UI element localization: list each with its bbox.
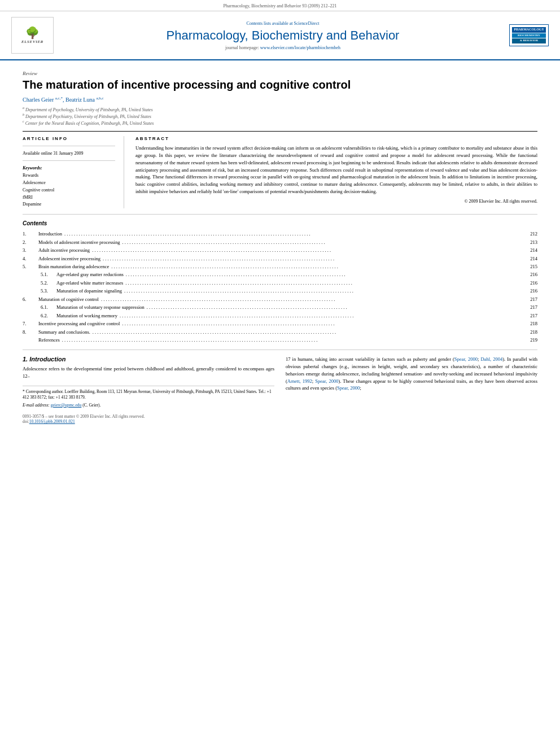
toc-label-2: Models of adolescent incentive processin… xyxy=(38,238,120,246)
doi-link[interactable]: 10.1016/j.pbb.2009.01.021 xyxy=(29,419,75,424)
toc-label-1: Introduction xyxy=(38,230,62,238)
journal-url[interactable]: www.elsevier.com/locate/pharmbiochembeh xyxy=(260,45,340,50)
elsevier-logo-img: 🌳 ELSEVIER xyxy=(11,17,54,54)
toc-item-3: 3. Adult incentive processing . . . . . … xyxy=(23,246,537,254)
info-divider xyxy=(23,146,115,146)
affiliations: a Department of Psychology, University o… xyxy=(23,106,537,125)
issn-line2: doi:10.1016/j.pbb.2009.01.021 xyxy=(23,419,274,424)
keyword-5: Dopamine xyxy=(23,201,115,208)
ref-spear2000-3[interactable]: Spear, 2000 xyxy=(337,385,360,391)
toc-dots-5: . . . . . . . . . . . . . . . . . . . . … xyxy=(111,263,524,270)
toc-dots-5-3: . . . . . . . . . . . . . . . . . . . . … xyxy=(124,287,524,295)
elsevier-label: ELSEVIER xyxy=(21,40,43,44)
article-info-abstract: ARTICLE INFO Available online 31 January… xyxy=(23,131,537,208)
toc-dots-4: . . . . . . . . . . . . . . . . . . . . … xyxy=(103,255,524,263)
toc-item-2: 2. Models of adolescent incentive proces… xyxy=(23,238,537,246)
toc-dots-5-2: . . . . . . . . . . . . . . . . . . . . … xyxy=(125,279,524,287)
toc-page-6: 217 xyxy=(526,295,537,303)
toc-num-5: 5. xyxy=(23,263,36,270)
toc-item-ref: References . . . . . . . . . . . . . . .… xyxy=(23,336,537,344)
ref-dahl2004[interactable]: Dahl, 2004 xyxy=(480,356,502,362)
logo-line1: PHARMACOLOGY xyxy=(512,27,546,33)
issn-line1: 0091-3057/$ – see front matter © 2009 El… xyxy=(23,414,274,419)
toc-label-5-1: Age-related gray matter reductions xyxy=(56,270,124,278)
info-divider2 xyxy=(23,160,115,161)
toc-page-6-2: 217 xyxy=(526,312,537,320)
toc-item-1: 1. Introduction . . . . . . . . . . . . … xyxy=(23,230,537,238)
introduction-right-text: 17 in humans, taking into account variab… xyxy=(286,356,537,392)
journal-homepage: journal homepage: www.elsevier.com/locat… xyxy=(62,45,504,50)
toc-dots-3: . . . . . . . . . . . . . . . . . . . . … xyxy=(92,246,524,254)
corresponding-author-note: * Corresponding author. Loeffler Buildin… xyxy=(23,389,274,401)
toc-item-6-1: 6.1. Maturation of voluntary response su… xyxy=(23,303,537,311)
journal-logo-box: PHARMACOLOGY BIOCHEMISTRY & BEHAVIOR xyxy=(509,24,549,46)
page-header-text: Pharmacology, Biochemistry and Behavior … xyxy=(224,3,337,8)
contents-section: Contents 1. Introduction . . . . . . . .… xyxy=(23,220,537,344)
sciencedirect-text[interactable]: ScienceDirect xyxy=(294,21,320,26)
available-online: Available online 31 January 2009 xyxy=(23,151,115,156)
article-title: The maturation of incentive processing a… xyxy=(23,78,537,91)
toc-dots-6-2: . . . . . . . . . . . . . . . . . . . . … xyxy=(120,312,524,320)
email-note: E-mail address: geierc@upmc.edu (C. Geie… xyxy=(23,403,274,409)
toc-label-4: Adolescent incentive processing xyxy=(38,255,100,263)
toc-num-2: 2. xyxy=(23,238,36,246)
toc-dots-2: . . . . . . . . . . . . . . . . . . . . … xyxy=(122,238,524,246)
authors-line: Charles Geier a,c,*, Beatriz Luna a,b,c xyxy=(23,96,537,103)
toc-num-7: 7. xyxy=(23,320,36,327)
toc-label-5: Brain maturation during adolescence xyxy=(38,263,109,270)
email-link[interactable]: geierc@upmc.edu xyxy=(51,403,82,408)
toc-label-3: Adult incentive processing xyxy=(38,246,90,254)
affiliation-b: b Department of Psychiatry, University o… xyxy=(23,113,537,119)
toc-label-6-2: Maturation of working memory xyxy=(56,312,117,320)
article-info-title: ARTICLE INFO xyxy=(23,136,115,141)
toc-page-2: 213 xyxy=(526,238,537,246)
toc-label-6-1: Maturation of voluntary response suppres… xyxy=(56,303,145,311)
toc-page-5-2: 216 xyxy=(526,279,537,287)
article-type: Review xyxy=(23,66,537,76)
toc-page-ref: 219 xyxy=(526,336,537,344)
keyword-4: fMRI xyxy=(23,194,115,202)
abstract-section: ABSTRACT Understanding how immaturities … xyxy=(135,136,537,208)
toc-dots-7: . . . . . . . . . . . . . . . . . . . . … xyxy=(122,320,524,327)
toc-num-5-1: 5.1. xyxy=(41,270,54,278)
logo-line3: & BEHAVIOR xyxy=(512,38,546,43)
introduction-left-text: Adolescence refers to the developmental … xyxy=(23,365,274,380)
keyword-1: Rewards xyxy=(23,172,115,180)
ref-spear2000[interactable]: Spear, 2000 xyxy=(454,356,478,362)
toc-item-6: 6. Maturation of cognitive control . . .… xyxy=(23,295,537,303)
introduction-left: 1. Introduction Adolescence refers to th… xyxy=(23,356,274,424)
toc-num-5-2: 5.2. xyxy=(41,279,54,287)
toc-item-6-2: 6.2. Maturation of working memory . . . … xyxy=(23,312,537,320)
affiliation-c: c Center for the Neural Basis of Cogniti… xyxy=(23,120,537,126)
abstract-title: ABSTRACT xyxy=(135,136,537,141)
abstract-text: Understanding how immaturities in the re… xyxy=(135,145,537,195)
copyright: © 2009 Elsevier Inc. All rights reserved… xyxy=(135,199,537,204)
toc-dots-8: . . . . . . . . . . . . . . . . . . . . … xyxy=(93,328,524,336)
toc-item-5-2: 5.2. Age-related white matter increases … xyxy=(23,279,537,287)
toc-label-8: Summary and conclusions. xyxy=(38,328,90,336)
toc-num-4: 4. xyxy=(23,255,36,263)
keywords-label: Keywords: xyxy=(23,165,115,171)
ref-arnett1992[interactable]: Arnett, 1992 xyxy=(287,378,312,384)
toc-num-3: 3. xyxy=(23,246,36,254)
toc-item-5-3: 5.3. Maturation of dopamine signaling . … xyxy=(23,287,537,295)
toc-item-4: 4. Adolescent incentive processing . . .… xyxy=(23,255,537,263)
toc-page-6-1: 217 xyxy=(526,303,537,311)
page-header: Pharmacology, Biochemistry and Behavior … xyxy=(0,0,560,11)
toc-dots-6-1: . . . . . . . . . . . . . . . . . . . . … xyxy=(147,303,524,311)
toc-num-5-3: 5.3. xyxy=(41,287,54,295)
toc-dots-1: . . . . . . . . . . . . . . . . . . . . … xyxy=(64,230,524,238)
journal-header: 🌳 ELSEVIER Contents lists available at S… xyxy=(0,11,560,60)
toc-page-3: 214 xyxy=(526,246,537,254)
introduction-section: 1. Introduction Adolescence refers to th… xyxy=(23,356,537,424)
ref-spear2000-2[interactable]: Spear, 2000 xyxy=(315,378,338,384)
toc-num-6-1: 6.1. xyxy=(41,303,54,311)
main-content: Review The maturation of incentive proce… xyxy=(0,60,560,430)
journal-center: Contents lists available at ScienceDirec… xyxy=(62,21,504,50)
toc-dots-ref: . . . . . . . . . . . . . . . . . . . . … xyxy=(62,336,524,344)
journal-title: Pharmacology, Biochemistry and Behavior xyxy=(62,28,504,43)
affiliation-a: a Department of Psychology, University o… xyxy=(23,106,537,112)
logo-line2: BIOCHEMISTRY xyxy=(512,33,546,38)
toc-item-8: 8. Summary and conclusions. . . . . . . … xyxy=(23,328,537,336)
toc-page-4: 214 xyxy=(526,255,537,263)
